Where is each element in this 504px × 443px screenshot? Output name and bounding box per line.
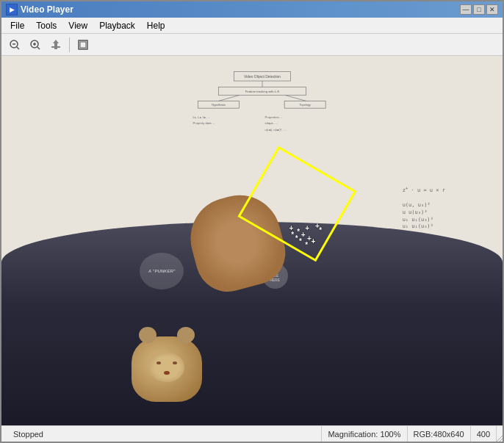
close-button[interactable]: ✕ xyxy=(486,4,498,15)
svg-rect-16 xyxy=(198,101,239,108)
resolution-label: RGB: xyxy=(414,430,433,439)
svg-line-15 xyxy=(285,95,306,101)
window-title: Video Player xyxy=(21,4,73,15)
svg-rect-8 xyxy=(80,42,86,48)
magnification-value: 100% xyxy=(380,430,400,439)
status-bar: Stopped Magnification: 100% RGB: 480x640… xyxy=(1,425,503,442)
svg-text:Property data ...: Property data ... xyxy=(192,120,215,124)
svg-text:shape, ...: shape, ... xyxy=(264,120,277,124)
menu-file[interactable]: File xyxy=(4,19,30,32)
magnification-label: Magnification: xyxy=(328,430,378,439)
toolbar-separator xyxy=(69,37,70,52)
menu-tools[interactable]: Tools xyxy=(30,19,62,32)
whiteboard-content: Video Object Detection Feature tracking … xyxy=(127,69,403,172)
video-area: Video Object Detection Feature tracking … xyxy=(1,56,503,425)
zoom-out-button[interactable] xyxy=(6,36,24,54)
svg-text:Properties ...: Properties ... xyxy=(264,115,282,118)
svg-rect-12 xyxy=(218,87,306,95)
svg-line-14 xyxy=(218,95,239,101)
menu-playback[interactable]: Playback xyxy=(93,19,141,32)
zoom-in-button[interactable] xyxy=(26,36,44,54)
resolution-value: 480x640 xyxy=(433,430,464,439)
svg-line-2 xyxy=(17,47,19,49)
pan-button[interactable] xyxy=(47,36,65,54)
svg-text:Hypothesis: Hypothesis xyxy=(212,104,226,107)
title-bar-left: ▶ Video Player xyxy=(6,4,73,15)
toolbar xyxy=(1,34,503,56)
minimize-button[interactable]: — xyxy=(460,4,472,15)
frame-section: 400 xyxy=(471,426,497,442)
status-text-section: Stopped xyxy=(7,426,322,442)
stuffed-bear xyxy=(132,336,201,418)
video-frame: Video Object Detection Feature tracking … xyxy=(1,56,503,425)
title-bar: ▶ Video Player — □ ✕ xyxy=(1,1,503,18)
resolution-section: RGB: 480x640 xyxy=(408,426,471,442)
svg-text:Topology: Topology xyxy=(299,104,310,107)
svg-text:L₁, L₂, L₃, ...: L₁, L₂, L₃, ... xyxy=(192,115,209,118)
svg-text:u(u₃), u(u₃)², ...: u(u₃), u(u₃)², ... xyxy=(264,128,285,132)
menu-view[interactable]: View xyxy=(62,19,93,32)
svg-line-6 xyxy=(37,47,40,49)
maximize-button[interactable]: □ xyxy=(473,4,485,15)
frame-value: 400 xyxy=(477,430,490,439)
resize-handle[interactable] xyxy=(494,433,503,442)
status-text: Stopped xyxy=(13,430,43,439)
main-window: ▶ Video Player — □ ✕ File Tools View Pla… xyxy=(0,0,504,443)
svg-line-26 xyxy=(500,439,503,442)
svg-line-25 xyxy=(497,436,503,442)
svg-rect-9 xyxy=(234,71,290,81)
title-buttons: — □ ✕ xyxy=(460,4,498,15)
svg-rect-18 xyxy=(284,101,325,108)
magnification-section: Magnification: 100% xyxy=(322,426,407,442)
menu-bar: File Tools View Playback Help xyxy=(1,18,503,34)
menu-help[interactable]: Help xyxy=(141,19,171,32)
svg-text:Video Object Detection: Video Object Detection xyxy=(244,74,281,78)
fit-button[interactable] xyxy=(74,36,92,54)
app-icon: ▶ xyxy=(6,4,18,15)
svg-text:Feature tracking with L-K: Feature tracking with L-K xyxy=(245,90,279,93)
